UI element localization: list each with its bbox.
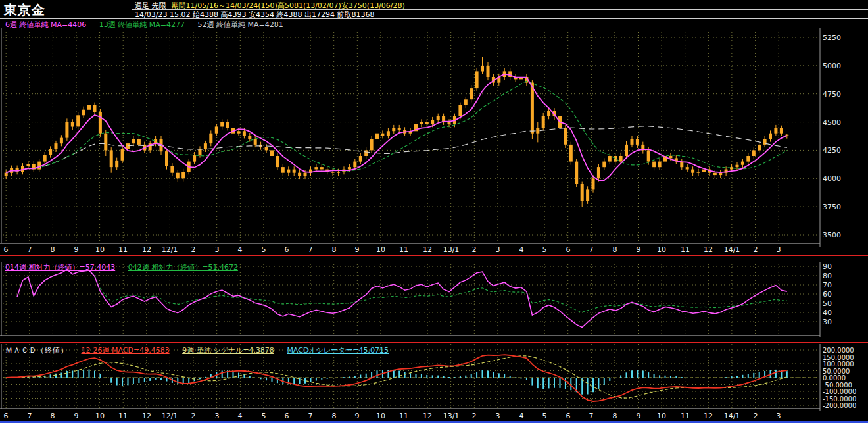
month-label: 11: [674, 412, 696, 420]
chart-info-line1: 週足 先限期間11/05/16～14/03/24(150)高5081(13/02…: [135, 1, 405, 11]
month-label: 5: [533, 412, 556, 420]
month-label: 2: [463, 412, 485, 420]
month-label: 10: [370, 245, 392, 254]
macd-axis-label: 200.0000: [823, 347, 854, 354]
month-label: 6: [276, 412, 298, 420]
month-label: 8: [323, 245, 345, 254]
macd-oscillator-legend-item[interactable]: MACDオシレーター=45.0715: [287, 346, 389, 355]
month-label: 7: [299, 245, 322, 254]
month-label: 6: [0, 412, 17, 420]
separator-rsi-macd-2: [0, 342, 868, 343]
month-label: 8: [323, 412, 345, 420]
rsi-axis-label: 30: [823, 318, 832, 326]
month-label: 8: [41, 412, 64, 420]
price-candlestick-chart[interactable]: 52505000475045004250400037503500: [0, 28, 868, 247]
macd-axis-label: 50.0000: [823, 368, 850, 375]
month-label: 2: [744, 412, 767, 420]
month-label: 3: [767, 245, 790, 254]
ma13-legend-item[interactable]: 13週 終値単純 MA=4277: [99, 20, 185, 29]
month-label: 8: [604, 245, 626, 254]
macd-axis-label: -100.0000: [823, 388, 856, 395]
month-label: 2: [744, 245, 767, 254]
macd-histogram: [12, 370, 787, 395]
month-label: 14/1: [721, 245, 743, 254]
month-label: 6: [557, 412, 579, 420]
price-axis-label: 5000: [823, 62, 841, 70]
month-label: 11: [112, 412, 134, 420]
macd-legend: ＭＡＣＤ（終値） 12-26週 MACD=49.4583 9週 単純 シグナル=…: [5, 345, 399, 355]
timeframe-contract-label: 週足 先限: [135, 1, 166, 10]
price-axis-label: 3750: [823, 203, 841, 211]
separator-rsi-macd-1: [0, 339, 868, 339]
period-high-low-label: 期間11/05/16～14/03/24(150)高5081(13/02/07)安…: [172, 1, 405, 10]
month-label: 6: [276, 245, 298, 254]
month-label: 10: [89, 245, 111, 254]
chart-info-line2: 14/03/23 15:02 始4388 高4393 安4354 終4388 出…: [135, 10, 375, 20]
price-axis-label: 4500: [823, 118, 841, 127]
month-label: 7: [18, 412, 41, 420]
month-label: 12/1: [158, 245, 181, 254]
month-label: 2: [182, 245, 205, 254]
macd-line-legend-item[interactable]: 12-26週 MACD=49.4583: [82, 346, 170, 355]
rsi-chart[interactable]: 90807060504030: [0, 262, 868, 337]
rsi-legend: 014週 相対力（終値）=57.4043 042週 相対力（終値）=51.467…: [5, 262, 249, 272]
rsi-axis-label: 60: [823, 290, 832, 299]
month-label: 13/1: [440, 245, 462, 254]
month-label: 2: [463, 245, 485, 254]
macd-axis-label: 150.0000: [823, 354, 854, 361]
month-label: 10: [370, 412, 392, 420]
month-label: 12/1: [158, 412, 181, 420]
month-label: 9: [627, 245, 650, 254]
price-axis-label: 4000: [823, 174, 841, 183]
price-axis-label: 4250: [823, 146, 841, 155]
month-label: 12: [416, 245, 439, 254]
month-label: 9: [346, 412, 368, 420]
month-label: 12: [697, 412, 719, 420]
month-label: 9: [627, 412, 650, 420]
month-label: 9: [65, 412, 87, 420]
month-label: 8: [604, 412, 626, 420]
rsi-axis-label: 40: [823, 309, 832, 317]
month-label: 3: [206, 412, 228, 420]
x-axis-months-main: 678910111212/12345678910111213/123456789…: [0, 245, 868, 254]
month-label: 3: [767, 412, 790, 420]
month-label: 7: [580, 412, 602, 420]
month-label: 12: [697, 245, 719, 254]
instrument-title: 東京金: [4, 1, 45, 19]
month-label: 6: [557, 245, 579, 254]
month-label: 14/1: [721, 412, 743, 420]
macd-signal-legend-item[interactable]: 9週 単純 シグナル=4.3878: [182, 346, 274, 355]
month-label: 11: [112, 245, 134, 254]
rsi-axis-label: 90: [823, 262, 832, 271]
month-label: 11: [674, 245, 696, 254]
rsi-axis-label: 50: [823, 299, 832, 308]
macd-axis-label: -150.0000: [823, 395, 856, 403]
rsi14-legend-item[interactable]: 014週 相対力（終値）=57.4043: [5, 263, 115, 272]
month-label: 10: [89, 412, 111, 420]
macd-axis-label: 0.0000: [823, 374, 846, 382]
macd-axis-label: -50.0000: [823, 382, 852, 389]
month-label: 4: [510, 412, 533, 420]
month-label: 5: [253, 412, 275, 420]
ma6-legend-item[interactable]: 6週 終値単純 MA=4406: [5, 20, 86, 29]
month-label: 5: [253, 245, 275, 254]
chart-app-window: 東京金 週足 先限期間11/05/16～14/03/24(150)高5081(1…: [0, 0, 868, 423]
month-label: 9: [346, 245, 368, 254]
ma52-legend-item[interactable]: 52週 終値単純 MA=4281: [197, 20, 283, 29]
rsi-axis-label: 70: [823, 281, 832, 289]
month-label: 4: [229, 245, 251, 254]
month-label: 2: [182, 412, 205, 420]
month-label: 11: [393, 412, 415, 420]
price-axis-label: 5250: [823, 34, 841, 42]
month-label: 4: [229, 412, 251, 420]
price-axis-label: 3500: [823, 231, 841, 239]
separator-main-rsi-1: [0, 255, 868, 256]
month-label: 3: [487, 412, 509, 420]
rsi42-legend-item[interactable]: 042週 相対力（終値）=51.4672: [128, 263, 238, 272]
month-label: 12: [135, 245, 158, 254]
month-label: 4: [510, 245, 533, 254]
ma-legend: 6週 終値単純 MA=4406 13週 終値単純 MA=4277 52週 終値単…: [5, 20, 294, 30]
month-label: 10: [650, 245, 673, 254]
month-label: 7: [580, 245, 602, 254]
month-label: 8: [41, 245, 64, 254]
